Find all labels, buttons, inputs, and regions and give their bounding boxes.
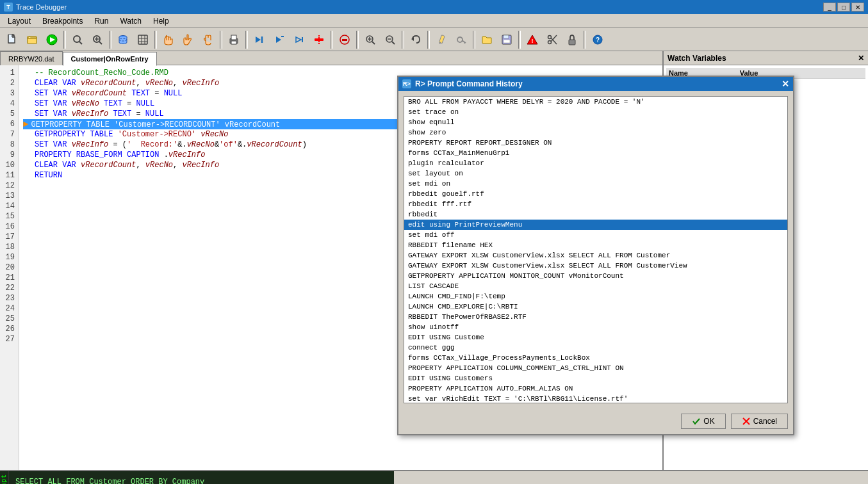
step-out-btn[interactable] (290, 31, 309, 49)
line-num-5: 5 (4, 109, 15, 119)
line-num-16: 16 (4, 222, 15, 232)
modal-item-9[interactable]: rbbedit gouelf.rtf (404, 189, 787, 199)
step-into-btn[interactable] (250, 31, 269, 49)
line-num-17: 17 (4, 232, 15, 242)
modal-close-btn[interactable]: ✕ (782, 79, 789, 88)
prompt-label: T>Prompt (0, 471, 9, 484)
modal-item-12[interactable]: edit using PrintPreviewMenu (404, 220, 787, 230)
warning-btn[interactable]: ! (523, 31, 542, 49)
toolbar-sep-11 (518, 31, 521, 49)
title-controls: _ □ ✕ (823, 3, 864, 12)
modal-item-17[interactable]: GETPROPERTY APPLICATION MONITOR_COUNT vM… (404, 271, 787, 281)
line-num-3: 3 (4, 88, 15, 99)
search-btn[interactable] (68, 31, 87, 49)
break-btn[interactable] (309, 31, 329, 49)
modal-item-11[interactable]: rbbedit (404, 209, 787, 220)
modal-item-3[interactable]: show zero (404, 127, 787, 138)
clear-btn[interactable] (335, 31, 354, 49)
prompt-panel[interactable]: T>Prompt SELECT ALL FROM Customer ORDER … (0, 471, 394, 484)
svg-marker-25 (296, 37, 301, 42)
minimize-btn[interactable]: _ (823, 3, 836, 12)
modal-item-8[interactable]: set mdi on (404, 179, 787, 189)
exec-arrow: ► (23, 119, 28, 129)
modal-list[interactable]: BRO ALL FROM PAYACCT WHERE DELYR = 2020 … (404, 96, 788, 403)
modal-item-22[interactable]: show uinotff (404, 322, 787, 332)
step-over-btn[interactable] (270, 31, 289, 49)
maximize-btn[interactable]: □ (837, 3, 850, 12)
modal-item-2[interactable]: show eqnull (404, 117, 787, 127)
line-num-19: 19 (4, 252, 15, 262)
grid-btn[interactable] (133, 31, 152, 49)
db-btn[interactable] (113, 31, 133, 49)
menu-watch[interactable]: Watch (115, 15, 147, 27)
modal-item-28[interactable]: PROPERTY APPLICATION AUTO_FORM_ALIAS ON (404, 383, 787, 394)
new-btn[interactable] (3, 31, 22, 49)
svg-rect-20 (231, 35, 236, 40)
edit-pen-btn[interactable] (432, 31, 451, 49)
bottom-area: T>Prompt SELECT ALL FROM Customer ORDER … (0, 470, 868, 484)
modal-item-25[interactable]: forms CCTax_Village_ProcessPayments_Lock… (404, 353, 787, 363)
modal-item-27[interactable]: EDIT USING Customers (404, 373, 787, 383)
svg-rect-27 (315, 38, 323, 41)
prompt-content[interactable]: SELECT ALL FROM Customer ORDER BY Compan… (15, 474, 391, 484)
modal-item-10[interactable]: rbbedit fff.rtf (404, 199, 787, 209)
modal-item-15[interactable]: GATEWAY EXPORT XLSW CustomerView.xlsx SE… (404, 250, 787, 261)
modal-item-23[interactable]: EDIT USING Custome (404, 332, 787, 343)
modal-item-18[interactable]: LIST CASCADE (404, 281, 787, 291)
modal-item-5[interactable]: forms CCTax_MainMenuGrp1 (404, 148, 787, 158)
modal-item-26[interactable]: PROPERTY APPLICATION COLUMN_COMMENT_AS_C… (404, 363, 787, 373)
watch-close-btn[interactable]: ✕ (858, 54, 864, 63)
menu-layout[interactable]: Layout (3, 15, 36, 27)
line-num-15: 15 (4, 211, 15, 222)
toolbar-sep-9 (427, 31, 430, 49)
modal-item-1[interactable]: set trace on (404, 107, 787, 117)
folder-open-btn[interactable] (477, 31, 496, 49)
help-btn[interactable]: ? (588, 31, 607, 49)
modal-item-4[interactable]: PROPERTY REPORT REPORT_DESIGNER ON (404, 138, 787, 148)
zoom-in-btn[interactable] (361, 31, 380, 49)
open-file-btn[interactable] (22, 31, 42, 49)
hand-point-btn[interactable] (179, 31, 198, 49)
svg-point-42 (457, 37, 463, 42)
modal-item-16[interactable]: GATEWAY EXPORT XLSW CustomerView.xlsx SE… (404, 261, 787, 271)
svg-line-37 (392, 42, 395, 44)
lock-btn[interactable] (562, 31, 582, 49)
line-num-4: 4 (4, 99, 15, 109)
modal-item-21[interactable]: RBBEDIT ThePowerOfRBASE2.RTF (404, 312, 787, 322)
run-green-btn[interactable] (42, 31, 61, 49)
close-btn[interactable]: ✕ (851, 3, 864, 12)
menu-breakpoints[interactable]: Breakpoints (37, 15, 88, 27)
key-btn[interactable] (452, 31, 471, 49)
modal-item-13[interactable]: set mdi off (404, 230, 787, 240)
modal-item-0[interactable]: BRO ALL FROM PAYACCT WHERE DELYR = 2020 … (404, 97, 787, 107)
svg-rect-54 (569, 40, 575, 45)
menu-run[interactable]: Run (89, 15, 113, 27)
toolbar-sep-2 (109, 31, 111, 49)
search2-btn[interactable] (88, 31, 107, 49)
line-num-20: 20 (4, 262, 15, 273)
hand-stop-btn[interactable] (159, 31, 178, 49)
print-btn[interactable] (224, 31, 243, 49)
svg-line-33 (372, 42, 375, 44)
modal-item-24[interactable]: connect ggg (404, 343, 787, 353)
zoom-out-btn[interactable] (381, 31, 400, 49)
line-num-6: 6 (4, 119, 15, 129)
menu-help[interactable]: Help (148, 15, 174, 27)
modal-item-6[interactable]: plugin rcalculator (404, 158, 787, 168)
modal-item-20[interactable]: LAUNCH CMD_EXPLORE|C:\RBTI (404, 302, 787, 312)
title-bar: T Trace Debugger _ □ ✕ (0, 0, 868, 14)
hand-grab-btn[interactable] (199, 31, 218, 49)
tab-rrbyw20[interactable]: RRBYW20.dat (0, 51, 63, 65)
cancel-button[interactable]: Cancel (731, 414, 788, 429)
undo-btn[interactable] (406, 31, 425, 49)
modal-item-29[interactable]: set var vRichEdit TEXT = 'C:\RBTl\RBG11\… (404, 394, 787, 403)
modal-item-19[interactable]: LAUNCH CMD_FIND|F:\temp (404, 291, 787, 302)
ok-button[interactable]: OK (681, 414, 725, 429)
scissors-btn[interactable] (543, 31, 562, 49)
save-disk-btn[interactable] (497, 31, 516, 49)
modal-item-14[interactable]: RBBEDIT filename HEX (404, 240, 787, 250)
modal-item-7[interactable]: set layout on (404, 168, 787, 179)
line-num-7: 7 (4, 129, 15, 140)
tab-customer-onrowentry[interactable]: Customer|OnRowEntry (63, 52, 157, 66)
toolbar-sep-6 (331, 31, 333, 49)
